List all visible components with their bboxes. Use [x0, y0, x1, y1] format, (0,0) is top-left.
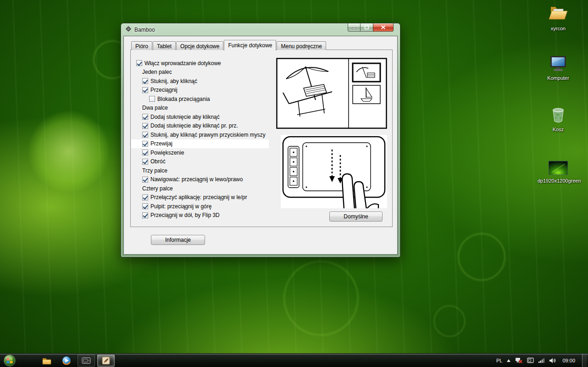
option-row[interactable]: Przewijaj	[131, 139, 269, 149]
bamboo-window: Bamboo Pióro Tablet Opcje dotykowe Funkc…	[121, 23, 400, 257]
minimize-button[interactable]	[348, 23, 361, 32]
maximize-button[interactable]	[361, 23, 373, 32]
option-row[interactable]: Przeciągnij w dół, by Flip 3D	[131, 211, 269, 220]
option-label: Włącz wprowadzanie dotykowe	[144, 60, 221, 67]
option-label: Przeciągnij w dół, by Flip 3D	[150, 212, 220, 218]
desktop-icon-xyrcon[interactable]: xyrcon	[538, 4, 579, 31]
folder-icon	[548, 4, 569, 25]
option-row[interactable]: Pulpit: przeciągnij w górę	[131, 202, 269, 211]
checkbox-checked[interactable]	[142, 203, 148, 209]
tablet-icon	[81, 356, 91, 365]
explorer-folder-icon	[42, 356, 52, 365]
option-label: Stuknij, aby kliknąć prawym przyciskiem …	[150, 132, 266, 138]
checkbox-checked[interactable]	[142, 177, 148, 183]
tab-opcje-dotykowe[interactable]: Opcje dotykowe	[176, 41, 223, 50]
desktop-icon-kosz[interactable]: Kosz	[538, 105, 579, 132]
group-label: Trzy palce	[142, 167, 167, 174]
desktop-icon-label: dp1920x1200green	[538, 178, 579, 184]
close-button[interactable]	[373, 23, 394, 32]
option-label: Stuknij, aby kliknąć	[150, 78, 197, 84]
tab-page: Włącz wprowadzanie dotykoweJeden palecSt…	[130, 50, 393, 227]
tray-expand-icon[interactable]	[506, 359, 511, 362]
dialog-client-area: Pióro Tablet Opcje dotykowe Funkcje doty…	[123, 36, 398, 255]
touch-gestures-illustration	[276, 58, 387, 129]
checkbox-checked[interactable]	[136, 60, 142, 66]
signal-strength-icon[interactable]	[538, 357, 545, 363]
option-row[interactable]: Przeciągnij	[131, 86, 269, 95]
bamboo-app-icon	[125, 26, 132, 34]
taskbar-media-player-button[interactable]	[58, 355, 75, 367]
checkbox-checked[interactable]	[142, 141, 148, 147]
group-heading: Dwa palce	[131, 104, 269, 113]
tablet-tray-icon[interactable]	[527, 357, 534, 363]
desktop-icon-label: Komputer	[538, 75, 579, 81]
group-heading: Cztery palce	[131, 184, 269, 193]
window-title: Bamboo	[134, 27, 155, 33]
touch-options-list: Włącz wprowadzanie dotykoweJeden palecSt…	[131, 59, 269, 220]
show-desktop-button[interactable]	[582, 354, 587, 367]
system-tray: PL	[496, 354, 588, 367]
option-label: Przełączyć aplikację: przeciągnij w le/p…	[150, 194, 247, 200]
option-row[interactable]: Obróć	[131, 157, 269, 167]
window-controls	[348, 23, 394, 32]
taskbar-explorer-button[interactable]	[38, 355, 55, 367]
option-label: Blokada przeciągania	[157, 96, 210, 102]
option-row[interactable]: Powiększenie	[131, 148, 269, 157]
option-row[interactable]: Włącz wprowadzanie dotykowe	[131, 59, 269, 68]
option-row[interactable]: Blokada przeciągania	[131, 95, 269, 104]
info-button[interactable]: Informacje	[151, 235, 205, 245]
option-label: Powiększenie	[150, 150, 184, 156]
volume-icon[interactable]	[549, 357, 556, 364]
checkbox-checked[interactable]	[142, 195, 148, 200]
tab-menu-podreczne[interactable]: Menu podręczne	[277, 41, 326, 50]
tab-pioro[interactable]: Pióro	[131, 41, 152, 50]
language-indicator[interactable]: PL	[496, 358, 502, 363]
option-row[interactable]: Stuknij, aby kliknąć prawym przyciskiem …	[131, 130, 269, 139]
media-player-icon	[61, 356, 72, 366]
tab-strip: Pióro Tablet Opcje dotykowe Funkcje doty…	[131, 40, 327, 50]
checkbox-checked[interactable]	[142, 150, 148, 156]
image-thumbnail-icon	[548, 161, 568, 177]
checkbox-checked[interactable]	[142, 123, 148, 129]
taskbar-app-icons	[38, 355, 115, 367]
option-label: Dodaj stuknięcie aby kliknąć	[150, 114, 220, 120]
desktop-icon-dp1920x1200green[interactable]: dp1920x1200green	[538, 161, 579, 184]
touch-scroll-illustration	[281, 135, 387, 208]
tab-funkcje-dotykowe[interactable]: Funkcje dotykowe	[224, 40, 276, 50]
clock[interactable]: 09:00	[562, 358, 575, 363]
checkbox-unchecked[interactable]	[149, 96, 155, 102]
tab-tablet[interactable]: Tablet	[153, 41, 176, 50]
taskbar-bamboo-active-button[interactable]	[97, 355, 115, 367]
option-row[interactable]: Stuknij, aby kliknąć	[131, 77, 269, 86]
taskbar-tablet-app-button[interactable]	[78, 355, 95, 367]
checkbox-checked[interactable]	[142, 87, 148, 93]
tab-control: Pióro Tablet Opcje dotykowe Funkcje doty…	[130, 40, 393, 227]
group-heading: Trzy palce	[131, 166, 269, 175]
option-label: Dodaj stuknięcie aby kliknąć pr. prz.	[150, 122, 238, 129]
checkbox-checked[interactable]	[142, 114, 148, 120]
checkbox-checked[interactable]	[142, 132, 148, 138]
checkbox-checked[interactable]	[142, 78, 148, 84]
checkbox-checked[interactable]	[142, 159, 148, 165]
group-label: Dwa palce	[142, 105, 168, 111]
defaults-button[interactable]: Domyślne	[329, 211, 383, 222]
option-row[interactable]: Nawigować: przeciągnij w lewo/prawo	[131, 175, 269, 184]
option-label: Przewijaj	[150, 140, 172, 147]
start-button[interactable]	[1, 354, 18, 367]
group-heading: Jeden palec	[131, 68, 269, 77]
checkbox-checked[interactable]	[142, 212, 148, 218]
option-label: Nawigować: przeciągnij w lewo/prawo	[150, 176, 243, 183]
recycle-bin-icon	[548, 105, 569, 126]
desktop-icon-label: Kosz	[538, 127, 579, 132]
option-row[interactable]: Dodaj stuknięcie aby kliknąć	[131, 112, 269, 122]
group-label: Cztery palce	[142, 185, 173, 192]
bamboo-window-icon	[101, 356, 111, 366]
option-row[interactable]: Dodaj stuknięcie aby kliknąć pr. prz.	[131, 122, 269, 131]
option-row[interactable]: Przełączyć aplikację: przeciągnij w le/p…	[131, 193, 269, 202]
network-error-icon[interactable]	[515, 357, 523, 364]
option-label: Pulpit: przeciągnij w górę	[150, 203, 211, 210]
taskbar: PL	[0, 353, 588, 367]
computer-icon	[548, 54, 569, 74]
desktop: xyrcon Komputer Kosz	[0, 0, 588, 367]
desktop-icon-komputer[interactable]: Komputer	[538, 54, 579, 81]
